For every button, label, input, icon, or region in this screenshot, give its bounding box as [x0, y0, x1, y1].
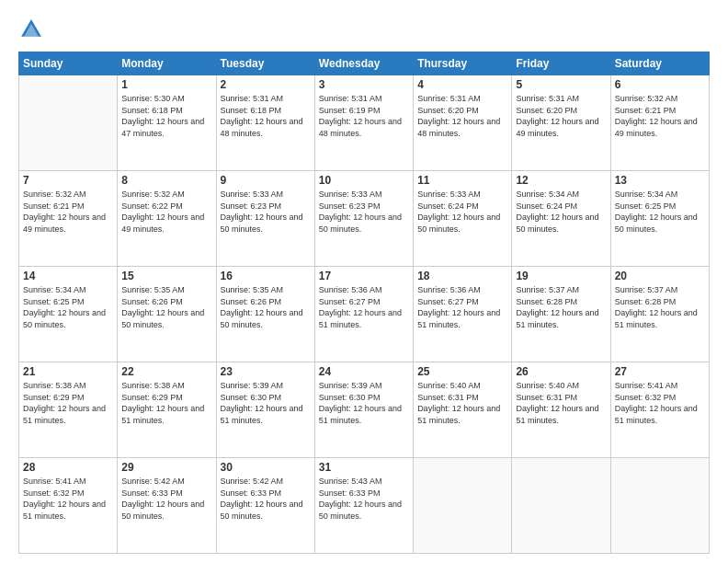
calendar-cell: 22 Sunrise: 5:38 AMSunset: 6:29 PMDaylig…: [118, 362, 216, 458]
cell-info: Sunrise: 5:41 AMSunset: 6:32 PMDaylight:…: [23, 476, 113, 522]
calendar-cell: 1 Sunrise: 5:30 AMSunset: 6:18 PMDayligh…: [118, 75, 216, 171]
day-number: 10: [319, 174, 409, 187]
day-number: 8: [121, 174, 211, 187]
calendar-cell: 28 Sunrise: 5:41 AMSunset: 6:32 PMDaylig…: [19, 458, 118, 554]
calendar-cell: 5 Sunrise: 5:31 AMSunset: 6:20 PMDayligh…: [512, 75, 610, 171]
day-number: 9: [221, 174, 311, 187]
cell-info: Sunrise: 5:32 AMSunset: 6:21 PMDaylight:…: [23, 189, 113, 235]
day-number: 26: [516, 365, 606, 378]
day-number: 18: [417, 270, 507, 282]
day-number: 25: [417, 365, 507, 378]
day-number: 21: [23, 365, 113, 378]
cell-info: Sunrise: 5:43 AMSunset: 6:33 PMDaylight:…: [319, 476, 409, 522]
calendar-cell: 2 Sunrise: 5:31 AMSunset: 6:18 PMDayligh…: [216, 75, 314, 171]
calendar-cell: 16 Sunrise: 5:35 AMSunset: 6:26 PMDaylig…: [216, 267, 314, 362]
logo-icon: [18, 17, 44, 42]
calendar-cell: 10 Sunrise: 5:33 AMSunset: 6:23 PMDaylig…: [314, 171, 413, 267]
day-number: 3: [319, 78, 409, 91]
cell-info: Sunrise: 5:38 AMSunset: 6:29 PMDaylight:…: [121, 380, 211, 426]
day-number: 12: [516, 174, 606, 187]
cell-info: Sunrise: 5:36 AMSunset: 6:27 PMDaylight:…: [319, 284, 409, 330]
calendar-cell: 18 Sunrise: 5:36 AMSunset: 6:27 PMDaylig…: [414, 267, 512, 362]
page: SundayMondayTuesdayWednesdayThursdayFrid…: [0, 0, 728, 563]
day-number: 13: [615, 174, 705, 187]
day-number: 7: [23, 174, 113, 187]
day-number: 11: [417, 174, 507, 187]
calendar-cell: 25 Sunrise: 5:40 AMSunset: 6:31 PMDaylig…: [414, 362, 512, 458]
day-number: 29: [121, 461, 211, 474]
cell-info: Sunrise: 5:32 AMSunset: 6:21 PMDaylight:…: [615, 93, 705, 139]
calendar-week-row: 14 Sunrise: 5:34 AMSunset: 6:25 PMDaylig…: [19, 267, 710, 362]
cell-info: Sunrise: 5:37 AMSunset: 6:28 PMDaylight:…: [516, 284, 606, 330]
calendar-cell: 29 Sunrise: 5:42 AMSunset: 6:33 PMDaylig…: [118, 458, 216, 554]
day-number: 20: [615, 270, 705, 282]
calendar-cell: 23 Sunrise: 5:39 AMSunset: 6:30 PMDaylig…: [216, 362, 314, 458]
day-number: 17: [319, 270, 409, 282]
cell-info: Sunrise: 5:39 AMSunset: 6:30 PMDaylight:…: [319, 380, 409, 426]
calendar-cell: 15 Sunrise: 5:35 AMSunset: 6:26 PMDaylig…: [118, 267, 216, 362]
calendar-cell: 7 Sunrise: 5:32 AMSunset: 6:21 PMDayligh…: [19, 171, 118, 267]
calendar-cell: 27 Sunrise: 5:41 AMSunset: 6:32 PMDaylig…: [610, 362, 709, 458]
cell-info: Sunrise: 5:30 AMSunset: 6:18 PMDaylight:…: [121, 93, 211, 139]
day-number: 6: [615, 78, 705, 91]
calendar-cell: 14 Sunrise: 5:34 AMSunset: 6:25 PMDaylig…: [19, 267, 118, 362]
logo: [18, 17, 48, 42]
calendar-cell: 13 Sunrise: 5:34 AMSunset: 6:25 PMDaylig…: [610, 171, 709, 267]
calendar-cell: 19 Sunrise: 5:37 AMSunset: 6:28 PMDaylig…: [512, 267, 610, 362]
day-number: 28: [23, 461, 113, 474]
calendar-cell: 17 Sunrise: 5:36 AMSunset: 6:27 PMDaylig…: [314, 267, 413, 362]
calendar-cell: 9 Sunrise: 5:33 AMSunset: 6:23 PMDayligh…: [216, 171, 314, 267]
day-header-monday: Monday: [118, 52, 216, 75]
calendar-cell: 12 Sunrise: 5:34 AMSunset: 6:24 PMDaylig…: [512, 171, 610, 267]
day-number: 19: [516, 270, 606, 282]
day-number: 1: [121, 78, 211, 91]
calendar-cell: 21 Sunrise: 5:38 AMSunset: 6:29 PMDaylig…: [19, 362, 118, 458]
day-number: 30: [221, 461, 311, 474]
cell-info: Sunrise: 5:37 AMSunset: 6:28 PMDaylight:…: [615, 284, 705, 330]
cell-info: Sunrise: 5:34 AMSunset: 6:24 PMDaylight:…: [516, 189, 606, 235]
cell-info: Sunrise: 5:35 AMSunset: 6:26 PMDaylight:…: [121, 284, 211, 330]
day-number: 5: [516, 78, 606, 91]
calendar-cell: 30 Sunrise: 5:42 AMSunset: 6:33 PMDaylig…: [216, 458, 314, 554]
day-number: 14: [23, 270, 113, 282]
cell-info: Sunrise: 5:32 AMSunset: 6:22 PMDaylight:…: [121, 189, 211, 235]
cell-info: Sunrise: 5:41 AMSunset: 6:32 PMDaylight:…: [615, 380, 705, 426]
day-number: 16: [221, 270, 311, 282]
cell-info: Sunrise: 5:34 AMSunset: 6:25 PMDaylight:…: [615, 189, 705, 235]
header: [18, 17, 710, 42]
calendar-week-row: 21 Sunrise: 5:38 AMSunset: 6:29 PMDaylig…: [19, 362, 710, 458]
day-header-saturday: Saturday: [610, 52, 709, 75]
day-number: 23: [221, 365, 311, 378]
calendar-cell: [512, 458, 610, 554]
calendar-header-row: SundayMondayTuesdayWednesdayThursdayFrid…: [19, 52, 710, 75]
calendar-cell: [414, 458, 512, 554]
calendar-cell: [610, 458, 709, 554]
cell-info: Sunrise: 5:38 AMSunset: 6:29 PMDaylight:…: [23, 380, 113, 426]
day-header-sunday: Sunday: [19, 52, 118, 75]
cell-info: Sunrise: 5:33 AMSunset: 6:23 PMDaylight:…: [221, 189, 311, 235]
day-number: 22: [121, 365, 211, 378]
cell-info: Sunrise: 5:31 AMSunset: 6:20 PMDaylight:…: [417, 93, 507, 139]
cell-info: Sunrise: 5:31 AMSunset: 6:19 PMDaylight:…: [319, 93, 409, 139]
cell-info: Sunrise: 5:42 AMSunset: 6:33 PMDaylight:…: [221, 476, 311, 522]
calendar-cell: 6 Sunrise: 5:32 AMSunset: 6:21 PMDayligh…: [610, 75, 709, 171]
day-number: 15: [121, 270, 211, 282]
cell-info: Sunrise: 5:34 AMSunset: 6:25 PMDaylight:…: [23, 284, 113, 330]
cell-info: Sunrise: 5:33 AMSunset: 6:24 PMDaylight:…: [417, 189, 507, 235]
day-header-wednesday: Wednesday: [314, 52, 413, 75]
cell-info: Sunrise: 5:42 AMSunset: 6:33 PMDaylight:…: [121, 476, 211, 522]
cell-info: Sunrise: 5:31 AMSunset: 6:18 PMDaylight:…: [221, 93, 311, 139]
cell-info: Sunrise: 5:40 AMSunset: 6:31 PMDaylight:…: [516, 380, 606, 426]
calendar-week-row: 7 Sunrise: 5:32 AMSunset: 6:21 PMDayligh…: [19, 171, 710, 267]
calendar-week-row: 1 Sunrise: 5:30 AMSunset: 6:18 PMDayligh…: [19, 75, 710, 171]
day-number: 27: [615, 365, 705, 378]
day-header-thursday: Thursday: [414, 52, 512, 75]
calendar-cell: 3 Sunrise: 5:31 AMSunset: 6:19 PMDayligh…: [314, 75, 413, 171]
calendar-cell: 20 Sunrise: 5:37 AMSunset: 6:28 PMDaylig…: [610, 267, 709, 362]
calendar-cell: 26 Sunrise: 5:40 AMSunset: 6:31 PMDaylig…: [512, 362, 610, 458]
cell-info: Sunrise: 5:33 AMSunset: 6:23 PMDaylight:…: [319, 189, 409, 235]
day-number: 4: [417, 78, 507, 91]
calendar-table: SundayMondayTuesdayWednesdayThursdayFrid…: [18, 52, 710, 554]
day-header-friday: Friday: [512, 52, 610, 75]
calendar-cell: 11 Sunrise: 5:33 AMSunset: 6:24 PMDaylig…: [414, 171, 512, 267]
